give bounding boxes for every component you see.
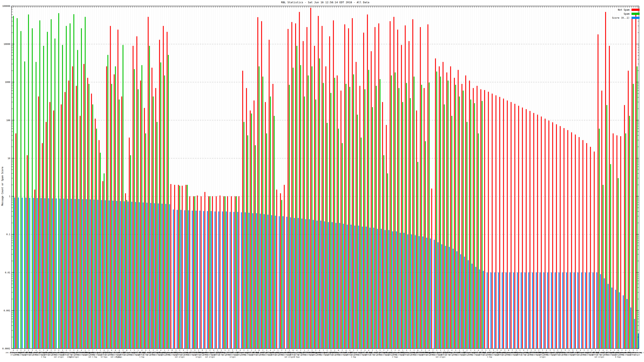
- legend-label-spam: Spam: [623, 12, 630, 15]
- plot-area: [0, 0, 644, 362]
- legend-swatch-spam: [632, 13, 640, 15]
- legend-swatch-not-spam: [632, 9, 640, 11]
- legend-label-not-spam: Not Spam: [618, 8, 630, 11]
- y-tick-label: 0.0001: [0, 347, 10, 350]
- legend: Not Spam Spam Score (0..1): [612, 8, 640, 19]
- y-tick-label: 1: [0, 195, 10, 198]
- y-tick-label: 100: [0, 119, 10, 121]
- y-tick-label: 100000: [0, 5, 10, 7]
- legend-item-spam: Spam: [612, 12, 640, 15]
- y-tick-label: 1000: [0, 81, 10, 83]
- legend-label-score: Score (0..1): [612, 16, 630, 19]
- legend-swatch-score: [632, 17, 640, 19]
- rbl-statistics-chart: RBL Statistics - Sat Jun 16 12:58:14 EDT…: [0, 0, 644, 362]
- y-tick-label: 10000: [0, 43, 10, 45]
- y-tick-label: 0.01: [0, 271, 10, 274]
- y-tick-label: 0.1: [0, 233, 10, 236]
- legend-item-not-spam: Not Spam: [612, 8, 640, 11]
- y-tick-label: 0.001: [0, 309, 10, 312]
- legend-item-score: Score (0..1): [612, 16, 640, 19]
- y-tick-label: 10: [0, 157, 10, 159]
